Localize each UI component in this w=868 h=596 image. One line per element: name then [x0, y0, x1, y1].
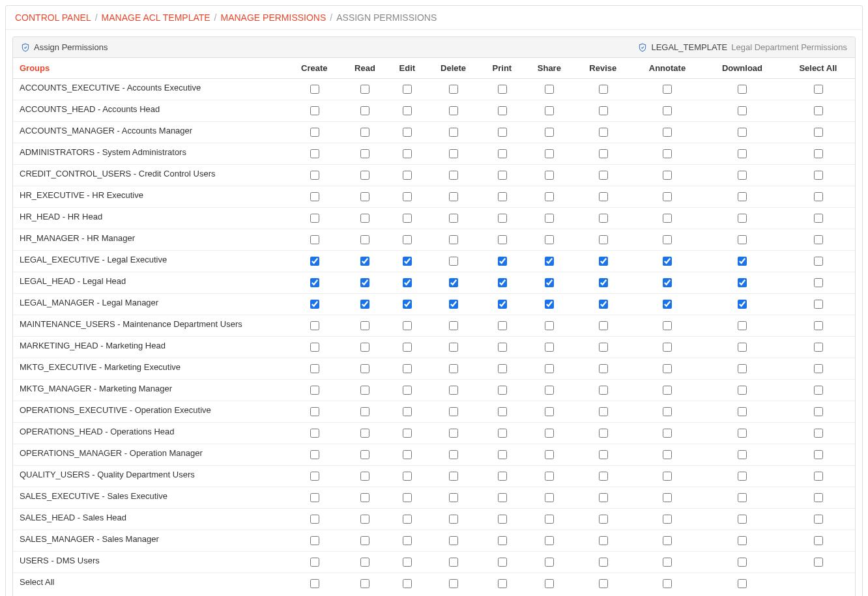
perm-checkbox-create[interactable] [310, 343, 319, 352]
perm-checkbox-select_all[interactable] [814, 429, 823, 438]
perm-checkbox-revise[interactable] [599, 128, 608, 137]
perm-checkbox-create[interactable] [310, 171, 319, 180]
perm-checkbox-select_all[interactable] [814, 106, 823, 115]
perm-checkbox-delete[interactable] [449, 472, 458, 481]
perm-checkbox-select_all[interactable] [814, 536, 823, 545]
perm-checkbox-create[interactable] [310, 278, 319, 287]
perm-checkbox-annotate[interactable] [663, 536, 672, 545]
breadcrumb-item[interactable]: MANAGE PERMISSIONS [221, 12, 326, 23]
perm-checkbox-annotate[interactable] [663, 386, 672, 395]
perm-checkbox-read[interactable] [360, 493, 369, 502]
perm-checkbox-revise[interactable] [599, 536, 608, 545]
perm-checkbox-create[interactable] [310, 472, 319, 481]
perm-checkbox-delete[interactable] [449, 579, 458, 588]
perm-checkbox-read[interactable] [360, 450, 369, 459]
perm-checkbox-print[interactable] [498, 515, 507, 524]
perm-checkbox-annotate[interactable] [663, 128, 672, 137]
perm-checkbox-read[interactable] [360, 235, 369, 244]
perm-checkbox-download[interactable] [738, 558, 747, 567]
perm-checkbox-select_all[interactable] [814, 386, 823, 395]
perm-checkbox-revise[interactable] [599, 321, 608, 330]
perm-checkbox-revise[interactable] [599, 343, 608, 352]
perm-checkbox-create[interactable] [310, 558, 319, 567]
perm-checkbox-select_all[interactable] [814, 472, 823, 481]
perm-checkbox-share[interactable] [545, 515, 554, 524]
perm-checkbox-edit[interactable] [403, 278, 412, 287]
perm-checkbox-create[interactable] [310, 235, 319, 244]
perm-checkbox-download[interactable] [738, 106, 747, 115]
perm-checkbox-annotate[interactable] [663, 300, 672, 309]
perm-checkbox-select_all[interactable] [814, 343, 823, 352]
perm-checkbox-download[interactable] [738, 192, 747, 201]
perm-checkbox-edit[interactable] [403, 235, 412, 244]
perm-checkbox-print[interactable] [498, 558, 507, 567]
perm-checkbox-revise[interactable] [599, 472, 608, 481]
perm-checkbox-select_all[interactable] [814, 321, 823, 330]
perm-checkbox-print[interactable] [498, 343, 507, 352]
perm-checkbox-edit[interactable] [403, 364, 412, 373]
perm-checkbox-annotate[interactable] [663, 235, 672, 244]
perm-checkbox-revise[interactable] [599, 515, 608, 524]
perm-checkbox-print[interactable] [498, 579, 507, 588]
perm-checkbox-create[interactable] [310, 515, 319, 524]
perm-checkbox-delete[interactable] [449, 171, 458, 180]
perm-checkbox-share[interactable] [545, 493, 554, 502]
perm-checkbox-download[interactable] [738, 450, 747, 459]
perm-checkbox-revise[interactable] [599, 278, 608, 287]
perm-checkbox-download[interactable] [738, 493, 747, 502]
perm-checkbox-share[interactable] [545, 214, 554, 223]
perm-checkbox-edit[interactable] [403, 493, 412, 502]
perm-checkbox-download[interactable] [738, 407, 747, 416]
perm-checkbox-read[interactable] [360, 214, 369, 223]
perm-checkbox-download[interactable] [738, 149, 747, 158]
perm-checkbox-read[interactable] [360, 536, 369, 545]
perm-checkbox-print[interactable] [498, 235, 507, 244]
perm-checkbox-share[interactable] [545, 364, 554, 373]
perm-checkbox-read[interactable] [360, 106, 369, 115]
perm-checkbox-edit[interactable] [403, 106, 412, 115]
perm-checkbox-download[interactable] [738, 364, 747, 373]
perm-checkbox-share[interactable] [545, 386, 554, 395]
perm-checkbox-delete[interactable] [449, 450, 458, 459]
perm-checkbox-revise[interactable] [599, 493, 608, 502]
perm-checkbox-download[interactable] [738, 214, 747, 223]
perm-checkbox-annotate[interactable] [663, 343, 672, 352]
perm-checkbox-print[interactable] [498, 257, 507, 266]
perm-checkbox-print[interactable] [498, 128, 507, 137]
perm-checkbox-download[interactable] [738, 343, 747, 352]
perm-checkbox-delete[interactable] [449, 257, 458, 266]
perm-checkbox-delete[interactable] [449, 429, 458, 438]
perm-checkbox-annotate[interactable] [663, 429, 672, 438]
perm-checkbox-select_all[interactable] [814, 450, 823, 459]
perm-checkbox-download[interactable] [738, 321, 747, 330]
perm-checkbox-read[interactable] [360, 85, 369, 94]
perm-checkbox-select_all[interactable] [814, 493, 823, 502]
perm-checkbox-annotate[interactable] [663, 257, 672, 266]
perm-checkbox-edit[interactable] [403, 472, 412, 481]
perm-checkbox-edit[interactable] [403, 515, 412, 524]
perm-checkbox-revise[interactable] [599, 192, 608, 201]
perm-checkbox-annotate[interactable] [663, 214, 672, 223]
perm-checkbox-delete[interactable] [449, 364, 458, 373]
perm-checkbox-revise[interactable] [599, 300, 608, 309]
perm-checkbox-print[interactable] [498, 214, 507, 223]
perm-checkbox-create[interactable] [310, 386, 319, 395]
perm-checkbox-delete[interactable] [449, 493, 458, 502]
perm-checkbox-delete[interactable] [449, 386, 458, 395]
perm-checkbox-annotate[interactable] [663, 192, 672, 201]
perm-checkbox-print[interactable] [498, 300, 507, 309]
perm-checkbox-revise[interactable] [599, 85, 608, 94]
perm-checkbox-print[interactable] [498, 278, 507, 287]
perm-checkbox-edit[interactable] [403, 257, 412, 266]
perm-checkbox-annotate[interactable] [663, 278, 672, 287]
perm-checkbox-share[interactable] [545, 579, 554, 588]
breadcrumb-item[interactable]: MANAGE ACL TEMPLATE [102, 12, 210, 23]
perm-checkbox-select_all[interactable] [814, 515, 823, 524]
perm-checkbox-edit[interactable] [403, 386, 412, 395]
perm-checkbox-create[interactable] [310, 214, 319, 223]
perm-checkbox-edit[interactable] [403, 429, 412, 438]
perm-checkbox-edit[interactable] [403, 321, 412, 330]
perm-checkbox-delete[interactable] [449, 343, 458, 352]
perm-checkbox-share[interactable] [545, 450, 554, 459]
perm-checkbox-read[interactable] [360, 429, 369, 438]
